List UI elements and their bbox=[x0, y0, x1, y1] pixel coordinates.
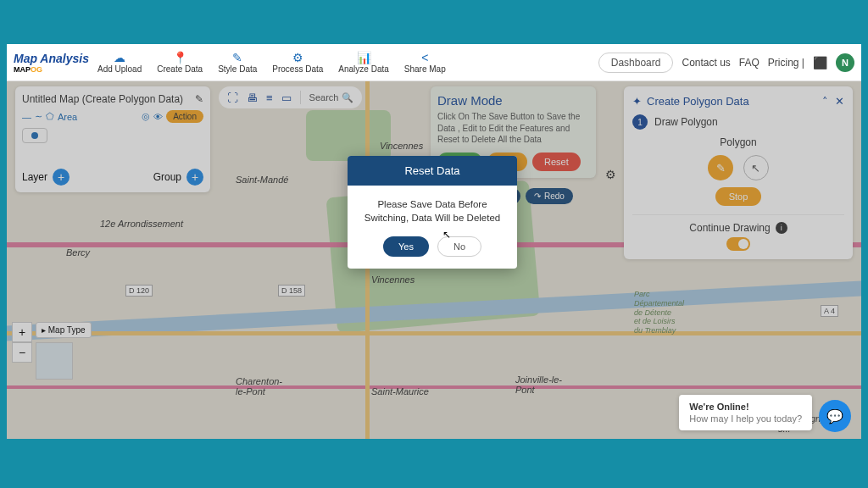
tool-analyze-data[interactable]: 📊Analyze Data bbox=[338, 51, 388, 74]
chat-fab[interactable]: 💬 bbox=[819, 400, 851, 432]
target-icon[interactable]: ◎ bbox=[142, 111, 150, 122]
step-label: Draw Polygon bbox=[654, 116, 718, 128]
shape-label: Polygon bbox=[632, 136, 844, 148]
print-icon[interactable]: 🖶 bbox=[247, 92, 258, 104]
dash-icon: — bbox=[22, 112, 31, 122]
layer-label: Layer bbox=[22, 171, 47, 183]
label-vincennes2: Vincennes bbox=[371, 274, 415, 285]
fullscreen-icon[interactable]: ⛶ bbox=[227, 92, 238, 104]
tool-style-data[interactable]: ✎Style Data bbox=[218, 51, 257, 74]
brand: Map Analysis MAPOG bbox=[14, 52, 89, 74]
measure-icon[interactable]: ≡ bbox=[266, 92, 273, 104]
create-polygon-panel: ✦ Create Polygon Data ˄ ✕ 1 Draw Polygon… bbox=[624, 86, 853, 259]
add-layer-button[interactable]: + bbox=[53, 169, 70, 186]
search-icon: 🔍 bbox=[342, 92, 353, 103]
contact-link[interactable]: Contact us bbox=[682, 57, 730, 69]
draw-mode-title: Draw Mode bbox=[437, 93, 589, 108]
eye-off-icon[interactable]: 👁 bbox=[153, 112, 163, 122]
modal-title: Reset Data bbox=[348, 156, 517, 186]
draw-mode-text: Click On The Save Button to Save the Dat… bbox=[437, 111, 589, 146]
map-type-selector[interactable]: ▸ Map Type bbox=[36, 322, 92, 338]
label-park: Parc Départemental de Détente et de Lois… bbox=[634, 290, 684, 336]
brand-subtitle: MAPOG bbox=[14, 65, 89, 74]
zoom-control: + − bbox=[12, 322, 32, 363]
poly-panel-title: Create Polygon Data bbox=[647, 95, 749, 108]
mouse-cursor: ↖ bbox=[442, 229, 451, 241]
zoom-out-button[interactable]: − bbox=[12, 342, 32, 363]
zoom-in-button[interactable]: + bbox=[12, 322, 32, 342]
main-toolbar: ☁Add Upload 📍Create Data ✎Style Data ⚙Pr… bbox=[97, 51, 446, 74]
road-d158: D 158 bbox=[278, 285, 305, 297]
cloud-upload-icon: ☁ bbox=[114, 51, 125, 64]
step-number: 1 bbox=[632, 114, 648, 130]
user-avatar[interactable]: N bbox=[836, 53, 854, 72]
label-joinville: Joinville-le- Pont bbox=[515, 374, 562, 395]
continue-toggle[interactable] bbox=[726, 237, 750, 251]
label-charenton: Charenton- le-Pont bbox=[236, 376, 282, 396]
stop-button[interactable]: Stop bbox=[715, 187, 762, 206]
share-icon: < bbox=[421, 51, 428, 64]
tool-create-data[interactable]: 📍Create Data bbox=[157, 51, 203, 74]
app-header: Map Analysis MAPOG ☁Add Upload 📍Create D… bbox=[7, 44, 861, 81]
faq-link[interactable]: FAQ bbox=[739, 57, 760, 69]
add-group-button[interactable]: + bbox=[186, 169, 203, 186]
layer-panel-title: Untitled Map (Create Polygon Data) bbox=[22, 93, 183, 105]
group-label: Group bbox=[153, 171, 181, 183]
dashboard-button[interactable]: Dashboard bbox=[598, 53, 674, 73]
map-tool-pill: ⛶ 🖶 ≡ ▭ Search 🔍 bbox=[219, 86, 362, 108]
chat-title: We're Online! bbox=[689, 402, 802, 412]
label-arr12: 12e Arrondissement bbox=[100, 219, 183, 229]
gear-icon[interactable]: ✦ bbox=[632, 95, 642, 108]
continue-label: Continue Drawing bbox=[689, 222, 770, 234]
road-d120: D 120 bbox=[125, 285, 153, 297]
polygon-icon: ⬠ bbox=[46, 111, 54, 122]
tool-share-map[interactable]: <Share Map bbox=[404, 51, 446, 74]
reset-data-modal: Reset Data Please Save Data Before Switc… bbox=[348, 156, 517, 269]
pricing-link[interactable]: Pricing | bbox=[768, 57, 804, 69]
label-vincennes: Vincennes bbox=[380, 141, 423, 151]
label-stmaurice: Saint-Maurice bbox=[371, 386, 429, 396]
tool-process-data[interactable]: ⚙Process Data bbox=[272, 51, 323, 74]
style-icon: ✎ bbox=[232, 51, 242, 64]
modal-yes-button[interactable]: Yes bbox=[383, 236, 429, 257]
brand-title: Map Analysis bbox=[14, 52, 89, 65]
action-chip[interactable]: Action bbox=[166, 110, 203, 123]
process-icon: ⚙ bbox=[292, 51, 303, 64]
analyze-icon: 📊 bbox=[357, 51, 371, 64]
edit-title-icon[interactable]: ✎ bbox=[195, 93, 203, 105]
chat-subtitle: How may I help you today? bbox=[689, 413, 802, 424]
area-label: Area bbox=[58, 112, 77, 122]
tool-add-upload[interactable]: ☁Add Upload bbox=[97, 51, 142, 74]
settings-icon[interactable]: ⚙ bbox=[605, 168, 616, 181]
label-stmande: Saint-Mandé bbox=[236, 175, 288, 185]
label-bercy: Bercy bbox=[66, 247, 90, 258]
close-icon[interactable]: ✕ bbox=[835, 95, 844, 108]
collapse-icon[interactable]: ˄ bbox=[822, 95, 828, 108]
layer-panel: Untitled Map (Create Polygon Data) ✎ — ∼… bbox=[15, 86, 210, 192]
map-thumbnail[interactable] bbox=[36, 342, 73, 380]
info-icon[interactable]: i bbox=[776, 222, 787, 234]
comment-icon[interactable]: ▭ bbox=[281, 92, 292, 104]
reset-button[interactable]: Reset bbox=[532, 152, 581, 171]
symbol-preview bbox=[22, 128, 47, 143]
pointer-tool-icon[interactable]: ↖ bbox=[743, 155, 769, 180]
pin-icon: 📍 bbox=[173, 51, 187, 64]
redo-button[interactable]: ↷ Redo bbox=[526, 188, 573, 204]
header-right: Dashboard Contact us FAQ Pricing | ⬛ N bbox=[598, 53, 854, 73]
draw-tool-icon[interactable]: ✎ bbox=[708, 155, 733, 180]
road-a4: A 4 bbox=[821, 305, 838, 317]
search-box[interactable]: Search 🔍 bbox=[309, 92, 354, 103]
chat-bubble: We're Online! How may I help you today? bbox=[679, 395, 812, 430]
tilde-icon: ∼ bbox=[35, 111, 42, 122]
modal-body: Please Save Data Before Switching, Data … bbox=[348, 186, 517, 236]
apps-icon[interactable]: ⬛ bbox=[813, 56, 827, 69]
